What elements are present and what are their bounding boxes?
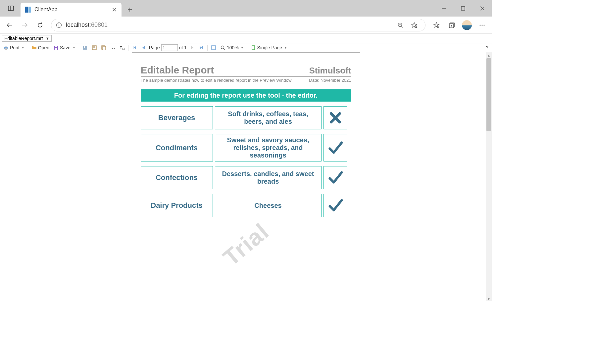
data-row: ConfectionsDesserts, candies, and sweet …	[141, 166, 351, 189]
profile-avatar[interactable]	[460, 18, 474, 32]
find-tool-icon[interactable]	[109, 44, 117, 51]
scroll-up-icon[interactable]: ▲	[486, 52, 492, 58]
svg-point-55	[221, 46, 224, 49]
svg-point-32	[483, 24, 484, 25]
watermark-text: Trial	[218, 218, 274, 271]
data-row: Dairy ProductsCheeses	[141, 194, 351, 217]
svg-marker-52	[200, 46, 202, 49]
report-banner: For editing the report use the tool - th…	[141, 89, 351, 102]
folder-icon	[31, 45, 37, 50]
report-subtitle: The sample demonstrates how to edit a re…	[141, 78, 293, 83]
close-tab-button[interactable]	[112, 7, 117, 12]
svg-marker-51	[191, 46, 193, 49]
last-page-button[interactable]	[197, 44, 205, 51]
tab-title: ClientApp	[34, 7, 108, 13]
zoom-button[interactable]: 100%▼	[219, 44, 245, 51]
row-check-cell[interactable]	[323, 134, 347, 161]
parameters-tool-icon[interactable]	[90, 44, 98, 51]
page-icon	[251, 45, 256, 50]
report-title: Editable Report	[141, 65, 214, 76]
svg-rect-37	[55, 46, 57, 47]
row-check-cell[interactable]	[323, 106, 347, 129]
window-maximize-button[interactable]	[453, 0, 472, 17]
browser-tab[interactable]: ClientApp	[21, 3, 122, 17]
page-of-label: of 1	[179, 45, 187, 50]
svg-rect-57	[252, 46, 255, 50]
data-row: BeveragesSoft drinks, coffees, teas, bee…	[141, 106, 351, 129]
report-file-select[interactable]: EditableReport.mrt ▼	[2, 35, 52, 42]
next-page-button[interactable]	[188, 44, 196, 51]
nav-back-button[interactable]	[3, 18, 17, 32]
svg-point-16	[59, 23, 59, 24]
first-page-button[interactable]	[130, 44, 138, 51]
favorites-icon[interactable]	[429, 18, 443, 32]
svg-marker-50	[142, 46, 145, 49]
printer-icon	[3, 45, 9, 50]
new-tab-button[interactable]	[124, 3, 136, 16]
row-name-cell[interactable]: Confections	[141, 166, 213, 189]
row-desc-cell[interactable]: Soft drinks, coffees, teas, beers, and a…	[215, 106, 322, 129]
window-minimize-button[interactable]	[434, 0, 453, 17]
view-mode-button[interactable]: Single Page▼	[249, 44, 288, 51]
nav-forward-button[interactable]	[18, 18, 32, 32]
data-row: CondimentsSweet and savory sauces, relis…	[141, 134, 351, 161]
editor-tool-icon[interactable]: T	[118, 44, 126, 51]
svg-rect-0	[8, 6, 14, 11]
report-brand: Stimulsoft	[309, 66, 351, 76]
svg-text:T: T	[120, 46, 122, 50]
svg-line-56	[224, 49, 225, 50]
page-number-input[interactable]	[161, 44, 178, 51]
svg-rect-9	[461, 7, 465, 10]
row-name-cell[interactable]: Beverages	[141, 106, 213, 129]
row-desc-cell[interactable]: Desserts, candies, and sweet breads	[215, 166, 322, 189]
add-favorite-icon[interactable]	[408, 19, 421, 31]
prev-page-button[interactable]	[140, 44, 148, 51]
svg-rect-45	[103, 46, 106, 50]
print-button[interactable]: Print▼	[2, 44, 26, 51]
row-desc-cell[interactable]: Cheeses	[215, 194, 322, 217]
row-check-cell[interactable]	[323, 194, 347, 217]
row-name-cell[interactable]: Condiments	[141, 134, 213, 161]
page-label: Page	[149, 45, 160, 50]
svg-point-30	[479, 24, 480, 25]
app-favicon	[25, 7, 31, 13]
svg-rect-35	[5, 48, 7, 50]
row-check-cell[interactable]	[323, 166, 347, 189]
site-info-icon[interactable]	[56, 22, 62, 28]
address-bar[interactable]: localhost:60801	[51, 19, 425, 31]
svg-rect-38	[55, 48, 57, 50]
svg-marker-49	[134, 46, 136, 49]
vertical-scrollbar[interactable]: ▲ ▼	[486, 52, 492, 301]
collections-icon[interactable]	[445, 18, 459, 32]
url-text: localhost:60801	[66, 22, 108, 28]
window-close-button[interactable]	[472, 0, 492, 17]
svg-line-18	[401, 26, 403, 27]
report-file-name: EditableReport.mrt	[4, 36, 43, 41]
scroll-down-icon[interactable]: ▼	[486, 296, 492, 301]
svg-rect-34	[5, 46, 7, 47]
report-date: Date: November 2021	[309, 78, 351, 83]
menu-button[interactable]	[475, 18, 489, 32]
scroll-thumb[interactable]	[486, 58, 491, 131]
save-button[interactable]: Save▼	[52, 44, 77, 51]
bookmarks-tool-icon[interactable]	[81, 44, 89, 51]
zoom-indicator-icon[interactable]	[394, 19, 407, 31]
svg-rect-53	[202, 46, 203, 49]
resources-tool-icon[interactable]	[100, 44, 108, 51]
svg-rect-40	[84, 46, 85, 48]
svg-point-31	[481, 24, 482, 25]
fullscreen-button[interactable]	[210, 44, 218, 51]
row-name-cell[interactable]: Dairy Products	[141, 194, 213, 217]
tab-actions-button[interactable]	[0, 0, 22, 17]
report-page: Editable Report Stimulsoft The sample de…	[132, 52, 360, 301]
svg-rect-48	[133, 46, 133, 49]
help-button[interactable]: ?	[484, 44, 490, 51]
open-button[interactable]: Open	[30, 44, 51, 51]
row-desc-cell[interactable]: Sweet and savory sauces, relishes, sprea…	[215, 134, 322, 161]
chevron-down-icon: ▼	[46, 36, 49, 40]
svg-rect-2	[25, 7, 28, 13]
nav-refresh-button[interactable]	[33, 18, 47, 32]
report-preview-area: Editable Report Stimulsoft The sample de…	[0, 52, 492, 301]
svg-rect-54	[212, 46, 216, 50]
save-icon	[53, 45, 59, 50]
